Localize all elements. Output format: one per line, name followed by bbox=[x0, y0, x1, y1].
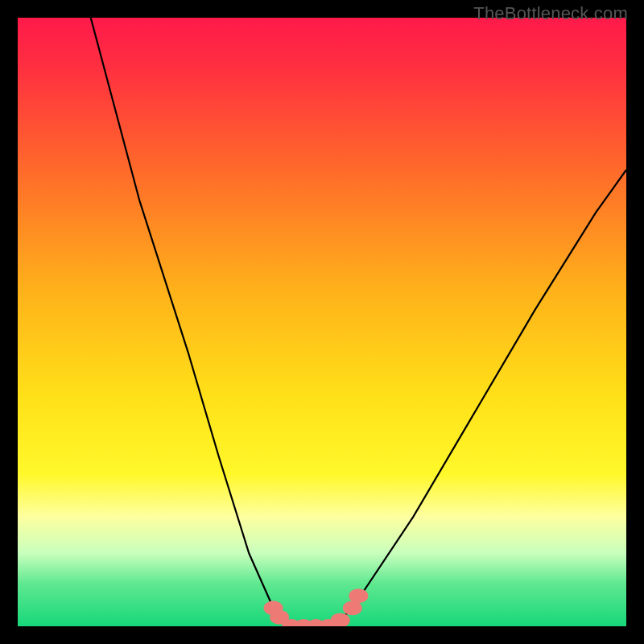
marker-dot bbox=[349, 588, 368, 603]
plot-svg bbox=[18, 18, 626, 626]
gradient-bg bbox=[18, 18, 626, 626]
chart-frame: TheBottleneck.com bbox=[0, 0, 644, 644]
watermark-text: TheBottleneck.com bbox=[473, 3, 628, 24]
